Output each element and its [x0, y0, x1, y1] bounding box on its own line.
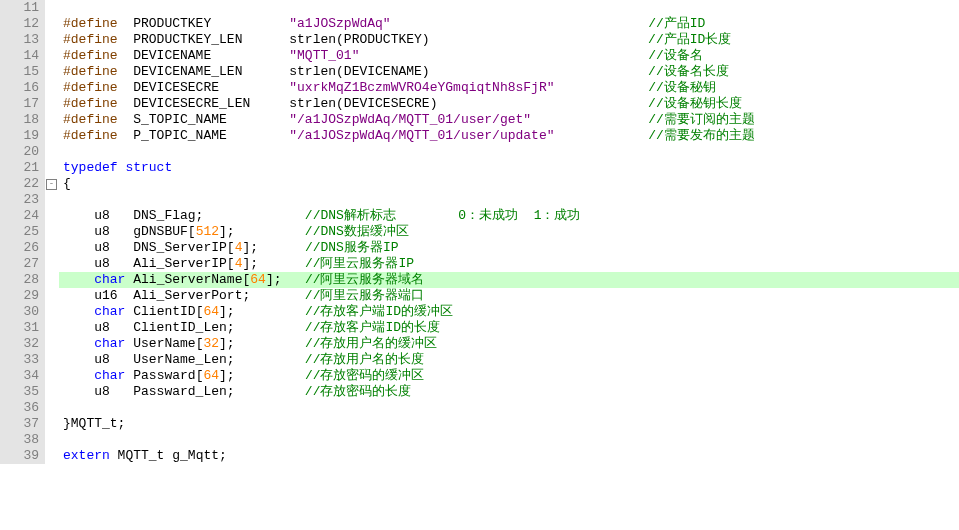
line-number: 25	[0, 224, 39, 240]
line-number: 36	[0, 400, 39, 416]
line-number: 14	[0, 48, 39, 64]
line-number: 24	[0, 208, 39, 224]
line-number: 29	[0, 288, 39, 304]
code-line[interactable]	[59, 144, 959, 160]
line-number: 18	[0, 112, 39, 128]
code-line[interactable]: char Ali_ServerName[64]; //阿里云服务器域名	[59, 272, 959, 288]
code-line[interactable]: u16 Ali_ServerPort; //阿里云服务器端口	[59, 288, 959, 304]
line-number: 11	[0, 0, 39, 16]
code-line[interactable]: u8 DNS_Flag; //DNS解析标志 0：未成功 1：成功	[59, 208, 959, 224]
line-number: 34	[0, 368, 39, 384]
line-number: 20	[0, 144, 39, 160]
code-line[interactable]: #define DEVICENAME "MQTT_01" //设备名	[59, 48, 959, 64]
code-line[interactable]	[59, 432, 959, 448]
code-line[interactable]	[59, 192, 959, 208]
code-line[interactable]: }MQTT_t;	[59, 416, 959, 432]
code-line[interactable]: u8 DNS_ServerIP[4]; //DNS服务器IP	[59, 240, 959, 256]
line-number: 13	[0, 32, 39, 48]
code-line[interactable]: #define DEVICENAME_LEN strlen(DEVICENAME…	[59, 64, 959, 80]
line-number: 30	[0, 304, 39, 320]
line-number: 38	[0, 432, 39, 448]
code-line[interactable]: char ClientID[64]; //存放客户端ID的缓冲区	[59, 304, 959, 320]
line-number: 12	[0, 16, 39, 32]
code-line[interactable]: #define DEVICESECRE "uxrkMqZ1BczmWVRO4eY…	[59, 80, 959, 96]
line-number: 17	[0, 96, 39, 112]
code-area[interactable]: #define PRODUCTKEY "a1JOSzpWdAq" //产品ID#…	[59, 0, 959, 464]
line-number: 27	[0, 256, 39, 272]
code-line[interactable]: char UserName[32]; //存放用户名的缓冲区	[59, 336, 959, 352]
code-line[interactable]: #define DEVICESECRE_LEN strlen(DEVICESEC…	[59, 96, 959, 112]
line-number: 19	[0, 128, 39, 144]
line-number: 15	[0, 64, 39, 80]
line-number: 26	[0, 240, 39, 256]
line-number: 31	[0, 320, 39, 336]
code-line[interactable]: u8 Ali_ServerIP[4]; //阿里云服务器IP	[59, 256, 959, 272]
code-line[interactable]: extern MQTT_t g_Mqtt;	[59, 448, 959, 464]
code-editor: 1112131415161718192021222324252627282930…	[0, 0, 959, 464]
code-line[interactable]: u8 Passward_Len; //存放密码的长度	[59, 384, 959, 400]
line-number: 35	[0, 384, 39, 400]
fold-column: -	[45, 0, 59, 464]
line-number: 32	[0, 336, 39, 352]
code-line[interactable]: #define S_TOPIC_NAME "/a1JOSzpWdAq/MQTT_…	[59, 112, 959, 128]
code-line[interactable]: typedef struct	[59, 160, 959, 176]
line-number: 23	[0, 192, 39, 208]
line-number: 33	[0, 352, 39, 368]
code-line[interactable]: #define PRODUCTKEY "a1JOSzpWdAq" //产品ID	[59, 16, 959, 32]
line-number: 37	[0, 416, 39, 432]
code-line[interactable]: #define PRODUCTKEY_LEN strlen(PRODUCTKEY…	[59, 32, 959, 48]
code-line[interactable]: u8 UserName_Len; //存放用户名的长度	[59, 352, 959, 368]
line-number: 28	[0, 272, 39, 288]
line-number: 16	[0, 80, 39, 96]
code-line[interactable]: u8 ClientID_Len; //存放客户端ID的长度	[59, 320, 959, 336]
code-line[interactable]	[59, 0, 959, 16]
code-line[interactable]: u8 gDNSBUF[512]; //DNS数据缓冲区	[59, 224, 959, 240]
code-line[interactable]: {	[59, 176, 959, 192]
code-line[interactable]	[59, 400, 959, 416]
fold-toggle[interactable]: -	[46, 179, 57, 190]
line-number: 39	[0, 448, 39, 464]
code-line[interactable]: char Passward[64]; //存放密码的缓冲区	[59, 368, 959, 384]
code-line[interactable]: #define P_TOPIC_NAME "/a1JOSzpWdAq/MQTT_…	[59, 128, 959, 144]
line-number: 21	[0, 160, 39, 176]
line-number: 22	[0, 176, 39, 192]
line-number-gutter: 1112131415161718192021222324252627282930…	[0, 0, 45, 464]
